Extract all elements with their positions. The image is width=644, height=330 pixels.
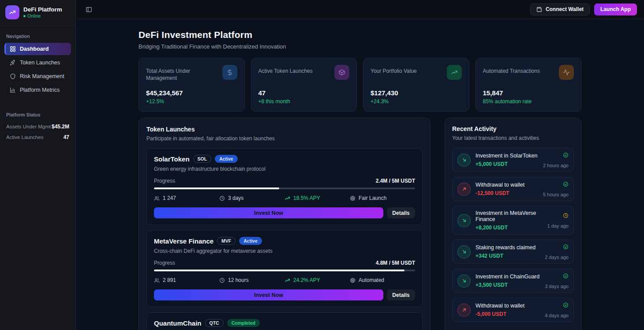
shield-icon — [10, 73, 16, 79]
activity-status-icon — [563, 302, 569, 310]
participants-stat: 1 247 — [154, 195, 219, 201]
activity-time: 3 days ago — [545, 284, 569, 289]
stat-change: 85% automation rate — [483, 98, 574, 105]
progress-label: Progress — [154, 178, 175, 184]
launch-symbol-badge: QTC — [205, 319, 224, 327]
sidebar-item-label: Platform Metrics — [20, 87, 60, 93]
stat-change: +12.5% — [146, 98, 237, 105]
connect-wallet-button[interactable]: Connect Wallet — [530, 4, 590, 15]
users-icon — [154, 195, 160, 201]
stat-icon-tile — [222, 65, 237, 80]
rocket-icon — [10, 60, 16, 66]
activity-status-icon — [563, 181, 569, 189]
time-left-stat: 3 days — [219, 195, 285, 201]
launch-type-stat: Fair Launch — [350, 195, 415, 201]
users-icon — [154, 278, 160, 283]
status-row-value: $45.2M — [52, 124, 69, 130]
invest-now-button[interactable]: Invest Now — [154, 289, 383, 300]
details-button[interactable]: Details — [387, 289, 415, 300]
activity-amount: +3,500 USDT — [476, 282, 540, 288]
launch-description: Cross-chain DeFi aggregator for metavers… — [154, 248, 415, 254]
activity-direction-icon — [457, 183, 471, 196]
launch-name: MetaVerse Finance — [154, 237, 213, 245]
activity-time: 1 day ago — [547, 223, 569, 229]
apy-stat: 24.2% APY — [285, 277, 350, 283]
launch-status-badge: Completed — [227, 319, 260, 327]
status-row-label: Assets Under Mgmt — [6, 124, 51, 129]
activity-item-title: Withdrawal to wallet — [476, 303, 540, 309]
activity-amount: +342 USDT — [476, 253, 540, 259]
activity-direction-icon — [457, 214, 471, 227]
activity-amount: +8,200 USDT — [476, 225, 543, 231]
brand-name: DeFi Platform — [23, 6, 62, 14]
check-circle-icon — [563, 152, 569, 158]
launch-description: Green energy infrastructure blockchain p… — [154, 166, 415, 172]
layout-grid-icon — [10, 46, 16, 52]
check-circle-icon — [563, 244, 569, 250]
page-title: DeFi Investment Platform — [139, 30, 581, 40]
stat-icon-tile — [447, 65, 462, 80]
stat-label: Your Portfolio Value — [371, 65, 417, 75]
activity-direction-icon — [457, 304, 471, 317]
brand: DeFi Platform Online — [0, 0, 75, 26]
progress-fill — [154, 270, 404, 271]
stat-value: 15,847 — [483, 89, 574, 97]
stat-label: Active Token Launches — [258, 65, 313, 75]
trending-up-icon — [285, 278, 290, 283]
stats-grid: Total Assets Under Management $45,234,56… — [139, 58, 581, 112]
activity-amount: -5,000 USDT — [476, 311, 540, 317]
check-circle-icon — [563, 273, 569, 279]
sidebar-item-token-launches[interactable]: Token Launches — [4, 56, 71, 69]
details-button[interactable]: Details — [387, 207, 415, 218]
arrow-up-right-icon — [461, 307, 467, 313]
target-icon — [350, 195, 356, 201]
nav-list: Dashboard Token Launches Risk Management… — [4, 43, 71, 96]
stat-value: 47 — [258, 89, 350, 97]
arrow-down-right-icon — [461, 157, 467, 163]
launch-app-button[interactable]: Launch App — [594, 4, 637, 15]
activity-time: 2 days ago — [545, 255, 569, 260]
activity-row: Withdrawal to wallet -12,500 USDT 5 hour… — [452, 177, 574, 201]
sidebar-item-label: Dashboard — [20, 46, 49, 52]
launch-card: MetaVerse Finance MVF Active Cross-chain… — [146, 230, 423, 307]
sidebar-toggle-button[interactable] — [83, 4, 94, 15]
activity-amount: -12,500 USDT — [476, 190, 538, 196]
invest-now-button[interactable]: Invest Now — [154, 207, 383, 218]
activity-time: 5 hours ago — [543, 192, 569, 197]
launches-subtitle: Participate in automated, fair allocatio… — [146, 135, 423, 142]
target-icon — [350, 278, 356, 283]
launch-status-badge: Active — [239, 237, 262, 245]
launch-name: SolarToken — [154, 155, 190, 163]
sidebar-item-risk-management[interactable]: Risk Management — [4, 70, 71, 82]
arrow-down-right-icon — [461, 218, 467, 223]
sidebar-item-label: Token Launches — [20, 60, 60, 66]
platform-status-row: Assets Under Mgmt $45.2M — [4, 121, 71, 132]
trending-up-icon — [451, 69, 458, 76]
sidebar-item-dashboard[interactable]: Dashboard — [4, 43, 71, 55]
activity-item-title: Investment in SolarToken — [476, 153, 538, 159]
clock-icon — [219, 195, 225, 201]
topbar: Connect Wallet Launch App — [76, 0, 644, 19]
arrow-down-right-icon — [461, 278, 467, 284]
apy-stat: 18.5% APY — [285, 195, 350, 201]
token-launches-panel: Token Launches Participate in automated,… — [139, 118, 431, 330]
clock-icon — [563, 213, 569, 218]
activity-row: Investment in ChainGuard +3,500 USDT 3 d… — [452, 269, 574, 293]
activity-icon — [563, 69, 570, 76]
stat-change: +24.3% — [371, 98, 462, 105]
launch-symbol-badge: SOL — [193, 155, 212, 163]
status-section-label: Platform Status — [6, 112, 69, 117]
activity-direction-icon — [457, 245, 471, 259]
launch-card: SolarToken SOL Active Green energy infra… — [146, 148, 423, 225]
sidebar-item-platform-metrics[interactable]: Platform Metrics — [4, 84, 71, 96]
stat-label: Automated Transactions — [483, 65, 540, 75]
sidebar: DeFi Platform Online Navigation Dashboar… — [0, 0, 76, 330]
activity-row: Investment in MetaVerse Finance +8,200 U… — [452, 206, 574, 235]
stat-card: Total Assets Under Management $45,234,56… — [139, 58, 245, 112]
sidebar-item-label: Risk Management — [20, 73, 64, 79]
arrow-down-right-icon — [461, 249, 467, 255]
launch-card: QuantumChain QTC Completed Post-quantum … — [146, 312, 423, 330]
arrow-up-right-icon — [461, 186, 467, 192]
trending-up-icon — [9, 9, 16, 16]
raised-amount: 4.8M / 5M USDT — [376, 260, 415, 266]
